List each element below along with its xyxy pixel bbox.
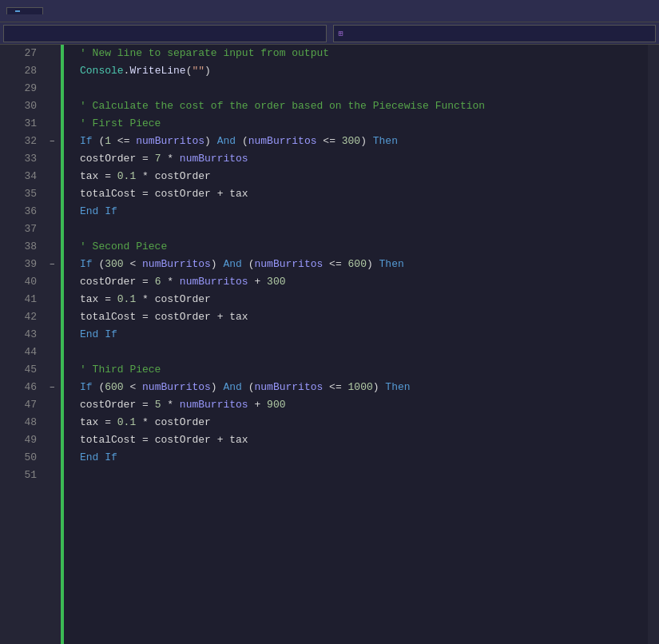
line-number: 39 xyxy=(0,256,42,273)
code-line xyxy=(80,344,648,361)
code-line: If (1 <= numBurritos) And (numBurritos <… xyxy=(80,133,648,150)
code-area: 2728293031323334353637383940414243444546… xyxy=(0,45,659,644)
comment: ' Calculate the cost of the order based … xyxy=(80,97,485,115)
line-number: 46 xyxy=(0,379,42,396)
class-name: Console xyxy=(80,62,124,80)
code-line: costOrder = 6 * numBurritos + 300 xyxy=(80,273,648,291)
line-number: 36 xyxy=(0,203,42,221)
code-line xyxy=(80,221,648,238)
line-number: 29 xyxy=(0,80,42,97)
code-line: totalCost = costOrder + tax xyxy=(80,308,648,326)
keyword-end: End If xyxy=(80,326,117,344)
line-number: 38 xyxy=(0,238,42,256)
line-number: 45 xyxy=(0,361,42,379)
comment: ' New line to separate input from output xyxy=(80,45,329,62)
code-line: totalCost = costOrder + tax xyxy=(80,185,648,203)
code-line: costOrder = 7 * numBurritos xyxy=(80,150,648,168)
assignment-statement: tax = 0.1 * costOrder xyxy=(80,168,211,185)
code-line: If (300 < numBurritos) And (numBurritos … xyxy=(80,256,648,273)
assignment-statement: tax = 0.1 * costOrder xyxy=(80,414,211,431)
line-number: 35 xyxy=(0,185,42,203)
code-line xyxy=(80,80,648,97)
assignment-statement: totalCost = costOrder + tax xyxy=(80,185,248,203)
line-number: 27 xyxy=(0,45,42,62)
line-number: 50 xyxy=(0,449,42,467)
line-number: 30 xyxy=(0,97,42,115)
assignment-statement: tax = 0.1 * costOrder xyxy=(80,291,211,308)
line-number: 32 xyxy=(0,133,42,150)
code-line: costOrder = 5 * numBurritos + 900 xyxy=(80,396,648,414)
line-number: 28 xyxy=(0,62,42,80)
code-line: ' Second Piece xyxy=(80,238,648,256)
keyword-end: End If xyxy=(80,203,117,221)
program-dropdown[interactable]: ⊞ xyxy=(333,25,657,42)
code-line: ' New line to separate input from output xyxy=(80,45,648,62)
assignment-statement: costOrder = 7 * numBurritos xyxy=(80,150,248,168)
code-line: tax = 0.1 * costOrder xyxy=(80,168,648,185)
assignment-statement: totalCost = costOrder + tax xyxy=(80,431,248,449)
if-statement: If (1 <= numBurritos) And (numBurritos <… xyxy=(80,133,398,150)
code-line: ' First Piece xyxy=(80,115,648,133)
code-line: tax = 0.1 * costOrder xyxy=(80,414,648,431)
statements-dropdown[interactable] xyxy=(3,25,327,42)
indent-guide xyxy=(64,45,73,644)
title-bar xyxy=(0,0,659,22)
line-number: 49 xyxy=(0,431,42,449)
program-icon: ⊞ xyxy=(339,29,343,38)
collapse-button[interactable]: − xyxy=(50,383,55,392)
line-number: 37 xyxy=(0,221,42,238)
code-line: ' Calculate the cost of the order based … xyxy=(80,97,648,115)
method-name: WriteLine xyxy=(129,62,185,80)
keyword-end: End If xyxy=(80,449,117,467)
string-literal: "" xyxy=(192,62,204,80)
code-line: End If xyxy=(80,203,648,221)
line-number: 43 xyxy=(0,326,42,344)
toolbar: ⊞ xyxy=(0,22,659,45)
code-line: End If xyxy=(80,449,648,467)
line-number: 33 xyxy=(0,150,42,168)
file-tab[interactable] xyxy=(6,7,43,14)
line-number: 34 xyxy=(0,168,42,185)
code-line: End If xyxy=(80,326,648,344)
line-numbers-column: 2728293031323334353637383940414243444546… xyxy=(0,45,48,644)
line-number: 31 xyxy=(0,115,42,133)
scrollbar[interactable] xyxy=(648,45,659,644)
comment: ' Third Piece xyxy=(80,361,161,379)
assignment-statement: costOrder = 5 * numBurritos + 900 xyxy=(80,396,285,414)
assignment-statement: costOrder = 6 * numBurritos + 300 xyxy=(80,273,285,291)
collapse-button[interactable]: − xyxy=(50,260,55,269)
line-number: 51 xyxy=(0,467,42,484)
code-line: ' Third Piece xyxy=(80,361,648,379)
comment: ' Second Piece xyxy=(80,238,167,256)
code-line: totalCost = costOrder + tax xyxy=(80,431,648,449)
line-number: 44 xyxy=(0,344,42,361)
code-line: If (600 < numBurritos) And (numBurritos … xyxy=(80,379,648,396)
code-editor[interactable]: ' New line to separate input from output… xyxy=(73,45,648,644)
line-number: 41 xyxy=(0,291,42,308)
code-line: tax = 0.1 * costOrder xyxy=(80,291,648,308)
line-number: 42 xyxy=(0,308,42,326)
line-number: 48 xyxy=(0,414,42,431)
if-statement: If (600 < numBurritos) And (numBurritos … xyxy=(80,379,411,396)
line-number: 47 xyxy=(0,396,42,414)
code-line xyxy=(80,467,648,484)
vb-icon xyxy=(15,10,20,12)
assignment-statement: totalCost = costOrder + tax xyxy=(80,308,248,326)
collapse-column: −−− xyxy=(48,45,61,644)
if-statement: If (300 < numBurritos) And (numBurritos … xyxy=(80,256,404,273)
comment: ' First Piece xyxy=(80,115,161,133)
line-number: 40 xyxy=(0,273,42,291)
code-line: Console.WriteLine("") xyxy=(80,62,648,80)
collapse-button[interactable]: − xyxy=(50,137,55,146)
